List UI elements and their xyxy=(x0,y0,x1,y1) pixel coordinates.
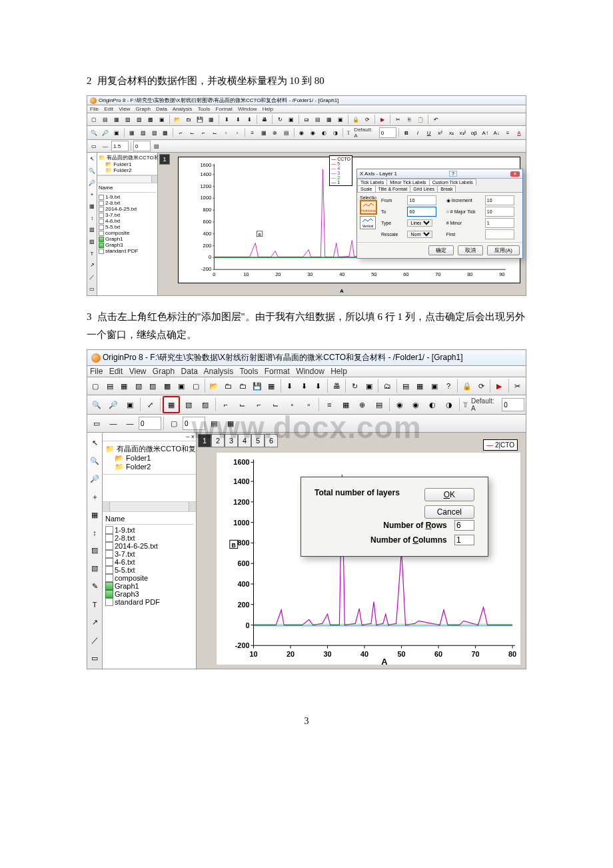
unmask-icon[interactable]: ◉ xyxy=(408,397,424,413)
print-icon[interactable]: 🖶 xyxy=(330,378,344,394)
import-multi-icon[interactable]: ⬇ xyxy=(311,378,325,394)
duplicate-icon[interactable]: ▣ xyxy=(286,114,297,125)
tab-custom-tick[interactable]: Custom Tick Labels xyxy=(429,179,476,185)
draw-tool-icon[interactable]: ✎ xyxy=(87,579,103,594)
list-item[interactable]: 4-6.txt xyxy=(99,218,156,224)
save-template-icon[interactable]: ▦ xyxy=(206,114,217,125)
major-ticks-input[interactable] xyxy=(485,207,514,217)
mask-icon[interactable]: ◉ xyxy=(392,397,408,413)
code-builder-icon[interactable]: ▦ xyxy=(324,114,334,125)
list-item[interactable]: composite xyxy=(105,574,193,582)
symbol-size-input[interactable] xyxy=(133,141,151,151)
list-item[interactable]: standard PDF xyxy=(99,248,156,254)
arrow-tool-icon[interactable]: ↗ xyxy=(87,615,103,630)
bold-icon[interactable]: B xyxy=(401,127,412,138)
axes-right-icon[interactable]: ⌙ xyxy=(268,397,284,413)
rect-tool-icon[interactable]: ▭ xyxy=(87,283,97,294)
save-icon[interactable]: 💾 xyxy=(251,378,265,394)
new-notes-icon[interactable]: ▣ xyxy=(157,114,167,125)
project-explorer-icon[interactable]: 🗂 xyxy=(380,378,394,394)
results-log-icon[interactable]: ▤ xyxy=(398,378,412,394)
menu-view[interactable]: View xyxy=(119,106,130,112)
rows-input[interactable] xyxy=(454,520,474,531)
pointer-icon[interactable]: ▶ xyxy=(492,378,506,394)
cut-icon[interactable]: ✂ xyxy=(392,114,403,125)
line-width-input[interactable] xyxy=(111,141,129,151)
list-item[interactable]: 3-7.txt xyxy=(105,550,193,558)
minor-ticks-input[interactable] xyxy=(485,218,514,228)
font-color-icon[interactable]: A xyxy=(514,127,524,138)
folder-tree[interactable]: 📁 有晶面的微米CCTO和复: 📂 Folder1 📁 Folder2 xyxy=(97,153,157,175)
project-explorer-icon[interactable]: 🗂 xyxy=(301,114,312,125)
rect-tool-icon[interactable]: ▭ xyxy=(87,651,103,666)
menu-edit[interactable]: Edit xyxy=(104,106,113,112)
menu-window[interactable]: Window xyxy=(238,106,257,112)
zoom-in-icon[interactable]: 🔍 xyxy=(89,397,105,413)
xy-icon[interactable]: ⊕ xyxy=(354,397,370,413)
whole-page-icon[interactable]: ▣ xyxy=(122,397,138,413)
line-fill-icon[interactable]: ▭ xyxy=(89,141,99,151)
line-color-icon[interactable]: — xyxy=(105,415,121,431)
cancel-button[interactable]: Cancel xyxy=(424,505,474,519)
tab-minor-tick[interactable]: Minor Tick Labels xyxy=(386,179,429,185)
arrow-tool-icon[interactable]: ↗ xyxy=(87,260,97,271)
folder-tree[interactable]: 📁 有晶面的微米CCTO和复1 📂 Folder1 📁 Folder2 xyxy=(103,441,196,475)
menu-file[interactable]: File xyxy=(90,106,99,112)
quick-help-icon[interactable]: ? xyxy=(442,378,456,394)
results-log-icon[interactable]: ▤ xyxy=(312,114,323,125)
fill-color-icon[interactable]: ▭ xyxy=(89,415,105,431)
underline-icon[interactable]: U xyxy=(424,127,434,138)
zoom-in-icon[interactable]: 🔍 xyxy=(89,127,99,138)
lock-icon[interactable]: 🔒 xyxy=(350,114,361,125)
list-item[interactable]: Graph3 xyxy=(105,590,193,598)
axes-top-icon[interactable]: ⌐ xyxy=(251,397,267,413)
line-style-icon[interactable]: — xyxy=(122,415,138,431)
italic-icon[interactable]: I xyxy=(412,127,423,138)
new-graph-icon[interactable]: ▧ xyxy=(132,378,146,394)
first-input[interactable] xyxy=(485,229,514,239)
axes-bottom-icon[interactable]: ⌙ xyxy=(235,397,251,413)
menu-analysis[interactable]: Analysis xyxy=(204,367,234,376)
new-project-icon[interactable]: ▢ xyxy=(89,114,99,125)
plot-legend[interactable]: — CCTO — 5 — 4 — 3 — 2 — 1 xyxy=(329,155,352,186)
open-template-icon[interactable]: 🗀 xyxy=(221,378,235,394)
refresh-icon[interactable]: ↻ xyxy=(275,114,285,125)
list-item[interactable]: 1-9.txt xyxy=(99,194,156,200)
cut-icon[interactable]: ✂ xyxy=(511,378,525,394)
axes-right-icon[interactable]: ⌙ xyxy=(209,127,220,138)
new-matrix-icon[interactable]: ▨ xyxy=(146,378,160,394)
pattern2-icon[interactable]: ▦ xyxy=(223,415,239,431)
axes-inset-icon[interactable]: ▫ xyxy=(221,127,231,138)
list-item[interactable]: 4-6.txt xyxy=(105,558,193,566)
greek-icon[interactable]: αβ xyxy=(468,127,479,138)
legend-icon[interactable]: ≡ xyxy=(321,397,337,413)
add-layer-icon[interactable]: ▦ xyxy=(127,127,137,138)
mask-icon[interactable]: ◉ xyxy=(297,127,307,138)
list-item[interactable]: 2014-6-25.txt xyxy=(99,206,156,212)
new-function-icon[interactable]: ▢ xyxy=(189,378,203,394)
paste-icon[interactable]: 📋 xyxy=(415,114,426,125)
line-tool-icon[interactable]: ／ xyxy=(87,633,103,648)
tree-scrollbar[interactable] xyxy=(97,175,157,183)
axes-inset-icon[interactable]: ▫ xyxy=(284,397,300,413)
list-item[interactable]: 1-9.txt xyxy=(105,526,193,534)
new-workbook-icon[interactable]: ▤ xyxy=(103,378,117,394)
show-icon[interactable]: ◑ xyxy=(441,397,457,413)
axes-inset2-icon[interactable]: ▫ xyxy=(232,127,243,138)
menu-edit[interactable]: Edit xyxy=(109,367,123,376)
tree-scrollbar[interactable] xyxy=(103,501,196,512)
pointer-tool-icon[interactable]: ↖ xyxy=(87,435,103,451)
cancel-button[interactable]: 取消 xyxy=(458,245,483,255)
axes-left-icon[interactable]: ⌐ xyxy=(175,127,186,138)
axes-left-icon[interactable]: ⌐ xyxy=(218,397,234,413)
hide-icon[interactable]: ◐ xyxy=(319,127,330,138)
whole-page-icon[interactable]: ▣ xyxy=(111,127,122,138)
zoom-tool-icon[interactable]: 🔍 xyxy=(87,166,97,177)
refresh-icon[interactable]: ↻ xyxy=(348,378,362,394)
region-tool-icon[interactable]: ▧ xyxy=(87,237,97,247)
menu-tools[interactable]: Tools xyxy=(239,367,258,376)
new-notes-icon[interactable]: ▣ xyxy=(175,378,189,394)
symbol-shape-icon[interactable]: ▢ xyxy=(166,415,182,431)
mask-tool-icon[interactable]: ▨ xyxy=(87,543,103,559)
list-item[interactable]: Graph1 xyxy=(105,582,193,590)
